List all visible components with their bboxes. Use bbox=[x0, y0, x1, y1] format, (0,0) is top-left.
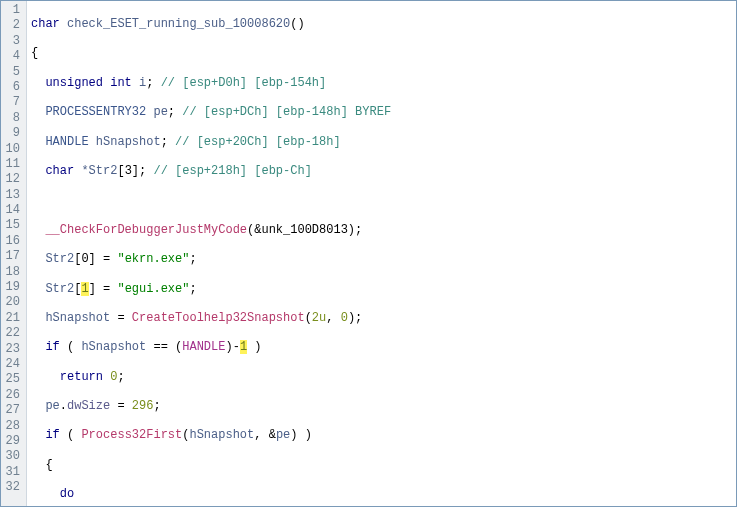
identifier: pe bbox=[153, 105, 167, 119]
paren: ( bbox=[60, 340, 82, 354]
code-line[interactable]: { bbox=[31, 458, 736, 473]
code-editor: 1 2 3 4 5 6 7 8 9 10 11 12 13 14 15 16 1… bbox=[1, 1, 736, 506]
code-line[interactable]: Str2[0] = "ekrn.exe"; bbox=[31, 252, 736, 267]
field: dwSize bbox=[67, 399, 110, 413]
array-size: [3] bbox=[117, 164, 139, 178]
eq: = bbox=[110, 399, 132, 413]
code-line[interactable]: PROCESSENTRY32 pe; // [esp+DCh] [ebp-148… bbox=[31, 105, 736, 120]
line-number: 9 bbox=[5, 126, 20, 141]
code-line[interactable]: return 0; bbox=[31, 370, 736, 385]
line-number: 23 bbox=[5, 342, 20, 357]
line-number: 4 bbox=[5, 49, 20, 64]
brace: { bbox=[31, 46, 38, 60]
code-line[interactable]: char check_ESET_running_sub_10008620() bbox=[31, 17, 736, 32]
line-number: 2 bbox=[5, 18, 20, 33]
code-line[interactable]: if ( Process32First(hSnapshot, &pe) ) bbox=[31, 428, 736, 443]
function-call: Process32First bbox=[81, 428, 182, 442]
op: == ( bbox=[146, 340, 182, 354]
identifier: hSnapshot bbox=[189, 428, 254, 442]
comma: , bbox=[326, 311, 340, 325]
comma: , & bbox=[254, 428, 276, 442]
string-literal: "egui.exe" bbox=[117, 282, 189, 296]
args: (&unk_100D8013); bbox=[247, 223, 362, 237]
keyword: if bbox=[45, 340, 59, 354]
comment: // [esp+D0h] [ebp-154h] bbox=[161, 76, 327, 90]
type: HANDLE bbox=[45, 135, 88, 149]
paren: ) bbox=[247, 340, 261, 354]
comment: // [esp+DCh] [ebp-148h] BYREF bbox=[182, 105, 391, 119]
number-hl: 1 bbox=[240, 340, 247, 354]
keyword: do bbox=[60, 487, 74, 501]
identifier: *Str2 bbox=[81, 164, 117, 178]
eq: = bbox=[96, 282, 118, 296]
close-cast: )- bbox=[225, 340, 239, 354]
string-literal: "ekrn.exe" bbox=[117, 252, 189, 266]
line-number: 7 bbox=[5, 95, 20, 110]
code-line[interactable]: Str2[1] = "egui.exe"; bbox=[31, 282, 736, 297]
code-line[interactable]: do bbox=[31, 487, 736, 502]
line-number: 13 bbox=[5, 188, 20, 203]
keyword: unsigned int bbox=[45, 76, 131, 90]
function-name: check_ESET_running_sub_10008620 bbox=[67, 17, 290, 31]
paren: ); bbox=[348, 311, 362, 325]
function-call: CreateToolhelp32Snapshot bbox=[132, 311, 305, 325]
keyword: return bbox=[60, 370, 103, 384]
number: 296 bbox=[132, 399, 154, 413]
line-number: 25 bbox=[5, 372, 20, 387]
line-number: 17 bbox=[5, 249, 20, 264]
line-number: 10 bbox=[5, 142, 20, 157]
comment: // [esp+218h] [ebp-Ch] bbox=[153, 164, 311, 178]
semi: ; bbox=[117, 370, 124, 384]
code-line[interactable]: hSnapshot = CreateToolhelp32Snapshot(2u,… bbox=[31, 311, 736, 326]
line-number: 12 bbox=[5, 172, 20, 187]
line-number: 18 bbox=[5, 265, 20, 280]
number-hl: 1 bbox=[81, 282, 88, 296]
semi: ; bbox=[153, 399, 160, 413]
identifier: hSnapshot bbox=[96, 135, 161, 149]
cast-type: HANDLE bbox=[182, 340, 225, 354]
line-number: 5 bbox=[5, 65, 20, 80]
function-call: __CheckForDebuggerJustMyCode bbox=[45, 223, 247, 237]
line-number: 22 bbox=[5, 326, 20, 341]
code-line[interactable]: HANDLE hSnapshot; // [esp+20Ch] [ebp-18h… bbox=[31, 135, 736, 150]
code-line[interactable]: unsigned int i; // [esp+D0h] [ebp-154h] bbox=[31, 76, 736, 91]
code-line[interactable] bbox=[31, 193, 736, 208]
line-number: 8 bbox=[5, 111, 20, 126]
semi: ; bbox=[189, 252, 196, 266]
number: 0 bbox=[341, 311, 348, 325]
identifier: i bbox=[139, 76, 146, 90]
keyword: char bbox=[31, 17, 60, 31]
line-number: 14 bbox=[5, 203, 20, 218]
line-number: 24 bbox=[5, 357, 20, 372]
code-line[interactable]: if ( hSnapshot == (HANDLE)-1 ) bbox=[31, 340, 736, 355]
line-number: 16 bbox=[5, 234, 20, 249]
line-number: 28 bbox=[5, 419, 20, 434]
code-text-area[interactable]: char check_ESET_running_sub_10008620() {… bbox=[27, 1, 736, 506]
line-number: 29 bbox=[5, 434, 20, 449]
code-line[interactable]: { bbox=[31, 46, 736, 61]
line-number: 31 bbox=[5, 465, 20, 480]
identifier: hSnapshot bbox=[81, 340, 146, 354]
brace: { bbox=[45, 458, 52, 472]
line-number: 1 bbox=[5, 3, 20, 18]
line-number: 6 bbox=[5, 80, 20, 95]
keyword: char bbox=[45, 164, 74, 178]
code-line[interactable]: char *Str2[3]; // [esp+218h] [ebp-Ch] bbox=[31, 164, 736, 179]
line-number: 32 bbox=[5, 480, 20, 495]
line-number: 19 bbox=[5, 280, 20, 295]
comment: // [esp+20Ch] [ebp-18h] bbox=[175, 135, 341, 149]
code-line[interactable]: pe.dwSize = 296; bbox=[31, 399, 736, 414]
number: 2u bbox=[312, 311, 326, 325]
br: ] bbox=[89, 282, 96, 296]
eq: = bbox=[110, 311, 132, 325]
line-number: 26 bbox=[5, 388, 20, 403]
line-number: 15 bbox=[5, 218, 20, 233]
line-number: 30 bbox=[5, 449, 20, 464]
keyword: if bbox=[45, 428, 59, 442]
line-number: 20 bbox=[5, 295, 20, 310]
identifier: Str2 bbox=[45, 252, 74, 266]
code-line[interactable]: __CheckForDebuggerJustMyCode(&unk_100D80… bbox=[31, 223, 736, 238]
paren: ( bbox=[305, 311, 312, 325]
type: PROCESSENTRY32 bbox=[45, 105, 146, 119]
dot: . bbox=[60, 399, 67, 413]
